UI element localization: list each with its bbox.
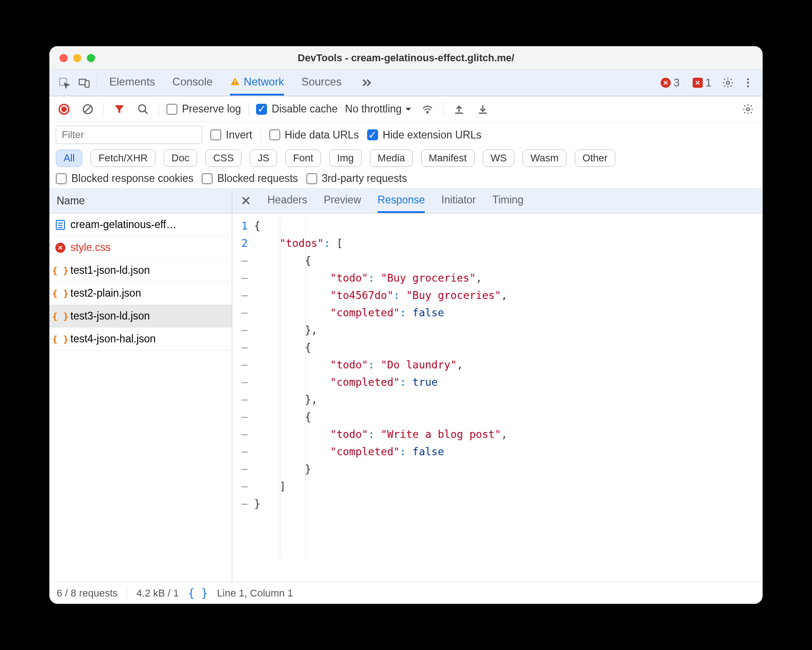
- svg-line-12: [144, 111, 148, 114]
- tab-sources[interactable]: Sources: [301, 70, 342, 96]
- filter-toolbar: Invert Hide data URLs ✓Hide extension UR…: [49, 122, 763, 189]
- request-row[interactable]: { }test3-json-ld.json: [49, 305, 232, 328]
- tab-response[interactable]: Response: [378, 189, 425, 213]
- filter-img[interactable]: Img: [329, 149, 362, 167]
- request-name: style.css: [70, 241, 111, 254]
- titlebar: DevTools - cream-gelatinous-effect.glitc…: [49, 46, 763, 70]
- issues-badge[interactable]: ✕ 1: [693, 76, 711, 89]
- tab-initiator[interactable]: Initiator: [441, 189, 475, 213]
- filter-doc[interactable]: Doc: [164, 149, 197, 167]
- filter-media[interactable]: Media: [370, 149, 413, 167]
- transfer-size: 4.2 kB / 1: [136, 587, 179, 599]
- request-row[interactable]: { }test2-plain.json: [49, 282, 232, 305]
- kebab-menu-icon[interactable]: [740, 75, 756, 91]
- filter-ws[interactable]: WS: [483, 149, 514, 167]
- svg-rect-3: [235, 80, 235, 83]
- svg-point-11: [139, 105, 145, 112]
- request-row[interactable]: { }test4-json-hal.json: [49, 328, 232, 351]
- json-icon: { }: [55, 288, 66, 299]
- tab-timing[interactable]: Timing: [492, 189, 524, 213]
- download-har-icon[interactable]: [475, 101, 491, 117]
- invert-checkbox[interactable]: Invert: [210, 129, 252, 141]
- cursor-position: Line 1, Column 1: [217, 587, 293, 599]
- filter-manifest[interactable]: Manifest: [421, 149, 475, 167]
- tab-preview[interactable]: Preview: [324, 189, 361, 213]
- minimize-window-button[interactable]: [73, 54, 81, 62]
- filter-font[interactable]: Font: [285, 149, 321, 167]
- request-name: test3-json-ld.json: [70, 310, 150, 322]
- resource-type-filters: All Fetch/XHR Doc CSS JS Font Img Media …: [56, 149, 756, 167]
- filter-input[interactable]: [56, 126, 202, 144]
- upload-har-icon[interactable]: [451, 101, 467, 117]
- zoom-window-button[interactable]: [87, 54, 95, 62]
- hide-extension-urls-checkbox[interactable]: ✓Hide extension URLs: [367, 129, 481, 141]
- request-row[interactable]: cream-gelatinous-eff…: [49, 213, 232, 236]
- record-button[interactable]: [56, 101, 72, 117]
- filter-other[interactable]: Other: [575, 149, 615, 167]
- device-toggle-icon[interactable]: [76, 75, 92, 91]
- disable-cache-checkbox[interactable]: ✓Disable cache: [256, 103, 337, 115]
- blocked-requests-checkbox[interactable]: Blocked requests: [202, 172, 298, 185]
- svg-point-14: [747, 107, 750, 111]
- request-name: test4-json-hal.json: [70, 333, 156, 345]
- svg-point-7: [747, 82, 749, 84]
- window-title: DevTools - cream-gelatinous-effect.glitc…: [49, 52, 763, 64]
- svg-point-8: [747, 85, 749, 87]
- inspect-icon[interactable]: [56, 75, 72, 91]
- request-name: cream-gelatinous-eff…: [70, 218, 176, 231]
- error-icon: ✕: [55, 242, 66, 253]
- blocked-cookies-checkbox[interactable]: Blocked response cookies: [56, 172, 193, 185]
- warning-icon: [230, 77, 240, 87]
- request-row[interactable]: ✕style.css: [49, 236, 232, 259]
- search-icon[interactable]: [135, 101, 151, 117]
- code-body: { "todos": [ { "todo": "Buy groceries", …: [254, 213, 508, 582]
- request-row[interactable]: { }test1-json-ld.json: [49, 259, 232, 282]
- network-toolbar: Preserve log ✓Disable cache No throttlin…: [49, 96, 763, 122]
- preserve-log-checkbox[interactable]: Preserve log: [166, 103, 241, 115]
- panel-tabs: Elements Console Network Sources: [109, 70, 375, 96]
- filter-toggle-icon[interactable]: [111, 101, 128, 117]
- tab-network[interactable]: Network: [230, 70, 284, 96]
- request-count: 6 / 8 requests: [57, 587, 118, 599]
- network-settings-icon[interactable]: [740, 101, 756, 117]
- clear-button[interactable]: [80, 101, 96, 117]
- svg-point-6: [747, 78, 749, 80]
- settings-icon[interactable]: [720, 75, 736, 91]
- status-bar: 6 / 8 requests 4.2 kB / 1 { } Line 1, Co…: [49, 582, 763, 604]
- document-icon: [55, 219, 66, 230]
- json-icon: { }: [55, 334, 66, 345]
- chevron-down-icon: [405, 107, 412, 112]
- network-conditions-icon[interactable]: [419, 101, 436, 117]
- name-column-header[interactable]: Name: [49, 189, 232, 213]
- more-tabs-icon[interactable]: [359, 75, 375, 91]
- format-icon[interactable]: { }: [188, 587, 208, 600]
- svg-rect-4: [235, 84, 235, 85]
- request-name: test2-plain.json: [70, 287, 141, 299]
- close-detail-icon[interactable]: ✕: [240, 193, 251, 208]
- third-party-checkbox[interactable]: 3rd-party requests: [306, 172, 407, 185]
- errors-badge[interactable]: ✕ 3: [661, 76, 679, 89]
- json-icon: { }: [55, 265, 66, 276]
- tab-elements[interactable]: Elements: [109, 70, 155, 96]
- tab-console[interactable]: Console: [172, 70, 213, 96]
- devtools-window: DevTools - cream-gelatinous-effect.glitc…: [49, 46, 763, 604]
- close-window-button[interactable]: [59, 54, 68, 62]
- request-name: test1-json-ld.json: [70, 264, 150, 277]
- svg-rect-2: [85, 81, 89, 87]
- filter-wasm[interactable]: Wasm: [523, 149, 566, 167]
- filter-all[interactable]: All: [56, 149, 82, 167]
- svg-point-13: [427, 111, 428, 112]
- filter-css[interactable]: CSS: [205, 149, 241, 167]
- response-body[interactable]: 12––––––––––––––– { "todos": [ { "todo":…: [232, 213, 763, 582]
- tab-headers[interactable]: Headers: [267, 189, 307, 213]
- filter-js[interactable]: JS: [250, 149, 277, 167]
- filter-fetch-xhr[interactable]: Fetch/XHR: [91, 149, 155, 167]
- detail-pane: ✕ Headers Preview Response Initiator Tim…: [232, 189, 763, 582]
- separator: [96, 76, 96, 90]
- error-icon: ✕: [661, 78, 671, 88]
- throttling-select[interactable]: No throttling: [345, 103, 412, 115]
- hide-data-urls-checkbox[interactable]: Hide data URLs: [269, 129, 359, 141]
- svg-point-5: [727, 81, 730, 85]
- traffic-lights: [59, 54, 95, 62]
- detail-tabs: ✕ Headers Preview Response Initiator Tim…: [232, 189, 763, 213]
